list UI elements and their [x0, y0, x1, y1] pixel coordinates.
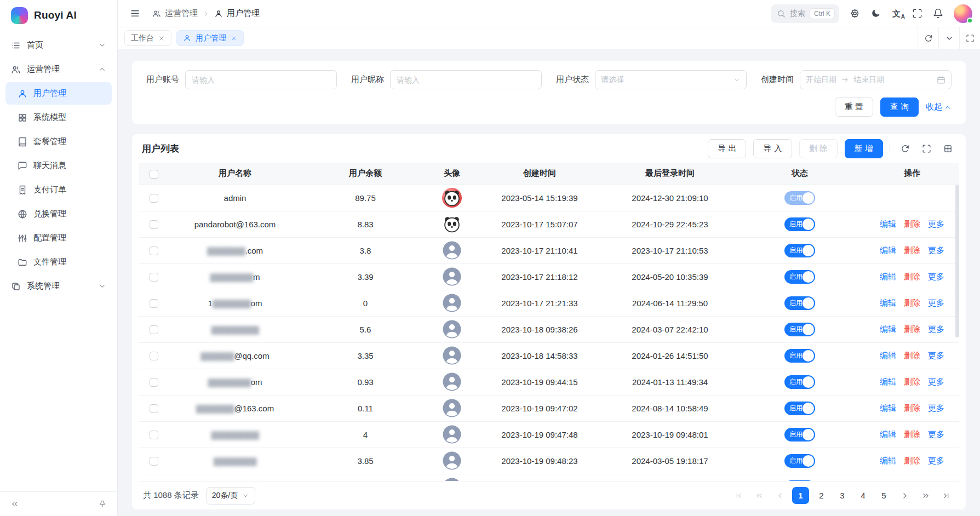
more-link[interactable]: 更多: [928, 351, 944, 360]
row-checkbox[interactable]: [150, 431, 158, 439]
status-toggle[interactable]: 启用: [784, 296, 815, 310]
scrollbar-thumb[interactable]: [955, 185, 959, 337]
table-fullscreen-button[interactable]: [918, 140, 935, 157]
edit-link[interactable]: 编辑: [880, 298, 896, 307]
page-button-2[interactable]: 2: [813, 487, 830, 504]
table-columns-button[interactable]: [939, 140, 956, 157]
sidebar-item-user[interactable]: 用户管理: [5, 82, 112, 105]
user-avatar[interactable]: [954, 4, 972, 23]
status-toggle[interactable]: 启用: [784, 402, 815, 415]
edit-link[interactable]: 编辑: [880, 351, 896, 360]
close-icon[interactable]: [231, 35, 237, 42]
more-link[interactable]: 更多: [928, 219, 944, 228]
select-all-checkbox[interactable]: [150, 170, 158, 179]
language-button[interactable]: 文A: [887, 4, 906, 23]
user-account-input[interactable]: [185, 70, 337, 89]
reset-button[interactable]: 重 置: [835, 98, 873, 117]
sidebar-collapse-button[interactable]: [7, 496, 23, 512]
row-checkbox[interactable]: [150, 457, 158, 466]
more-link[interactable]: 更多: [928, 272, 944, 281]
status-toggle[interactable]: 启用: [784, 454, 815, 468]
table-scrollbar[interactable]: [955, 185, 959, 479]
row-checkbox[interactable]: [150, 273, 158, 282]
delete-link[interactable]: 删除: [904, 377, 920, 386]
table-refresh-button[interactable]: [897, 140, 913, 157]
delete-link[interactable]: 删除: [904, 429, 920, 439]
edit-link[interactable]: 编辑: [880, 429, 896, 439]
more-link[interactable]: 更多: [928, 403, 944, 412]
status-toggle[interactable]: 启用: [784, 323, 815, 336]
sidebar-item-chat[interactable]: 聊天消息: [5, 154, 112, 177]
sidebar-pin-button[interactable]: [94, 496, 111, 512]
edit-link[interactable]: 编辑: [880, 403, 896, 412]
row-checkbox[interactable]: [150, 325, 158, 334]
delete-link[interactable]: 删除: [904, 456, 920, 465]
previous-page-button[interactable]: [771, 487, 788, 504]
row-checkbox[interactable]: [150, 352, 158, 360]
status-toggle[interactable]: 启用: [784, 480, 815, 481]
delete-link[interactable]: 删除: [904, 403, 920, 412]
row-checkbox[interactable]: [150, 299, 158, 308]
edit-link[interactable]: 编辑: [880, 272, 896, 281]
fullscreen-button[interactable]: [908, 4, 927, 23]
user-status-select[interactable]: 请选择: [595, 70, 747, 89]
delete-link[interactable]: 删除: [904, 245, 920, 255]
page-button-1[interactable]: 1: [792, 487, 809, 504]
notifications-button[interactable]: [929, 4, 948, 23]
breadcrumb-item[interactable]: 运营管理: [149, 8, 201, 19]
settings-button[interactable]: [845, 4, 864, 23]
more-link[interactable]: 更多: [928, 429, 944, 439]
status-toggle[interactable]: 启用: [784, 217, 815, 231]
sidebar-item-file[interactable]: 文件管理: [5, 251, 112, 273]
app-logo[interactable]: Ruoyi AI: [0, 0, 117, 31]
delete-button[interactable]: 删 除: [799, 139, 838, 158]
close-icon[interactable]: [158, 35, 165, 42]
row-checkbox[interactable]: [150, 378, 158, 387]
row-checkbox[interactable]: [150, 220, 158, 229]
collapse-filter-link[interactable]: 收起: [926, 102, 952, 112]
jump-forward-button[interactable]: [917, 487, 934, 504]
sidebar-item-package[interactable]: 套餐管理: [5, 130, 112, 153]
sidebar-item-exchange[interactable]: 兑换管理: [5, 203, 112, 225]
delete-link[interactable]: 删除: [904, 351, 920, 360]
sidebar-item-order[interactable]: 支付订单: [5, 179, 112, 201]
status-toggle[interactable]: 启用: [784, 270, 815, 284]
first-page-button[interactable]: [730, 487, 747, 504]
more-link[interactable]: 更多: [928, 456, 944, 465]
delete-link[interactable]: 删除: [904, 272, 920, 281]
sidebar-group-system[interactable]: 系统管理: [5, 275, 112, 297]
query-button[interactable]: 查 询: [880, 98, 919, 117]
sidebar-group-home[interactable]: 首页: [5, 34, 112, 56]
global-search[interactable]: 搜索 Ctrl K: [771, 4, 839, 23]
breadcrumb-item[interactable]: 用户管理: [211, 8, 263, 19]
edit-link[interactable]: 编辑: [880, 245, 896, 255]
status-toggle[interactable]: 启用: [784, 375, 815, 389]
page-size-select[interactable]: 20条/页: [206, 487, 255, 504]
row-checkbox[interactable]: [150, 194, 158, 203]
edit-link[interactable]: 编辑: [880, 377, 896, 386]
edit-link[interactable]: 编辑: [880, 219, 896, 228]
last-page-button[interactable]: [938, 487, 955, 504]
page-button-4[interactable]: 4: [855, 487, 872, 504]
export-button[interactable]: 导 出: [708, 139, 746, 158]
status-toggle[interactable]: 启用: [784, 349, 815, 363]
edit-link[interactable]: 编辑: [880, 456, 896, 465]
row-checkbox[interactable]: [150, 246, 158, 255]
sidebar-item-config[interactable]: 配置管理: [5, 227, 112, 249]
status-toggle[interactable]: 启用: [784, 191, 815, 205]
add-button[interactable]: 新 增: [845, 139, 883, 158]
status-toggle[interactable]: 启用: [784, 428, 815, 442]
more-link[interactable]: 更多: [928, 245, 944, 255]
page-button-5[interactable]: 5: [875, 487, 892, 504]
tab-options-button[interactable]: [938, 27, 959, 49]
delete-link[interactable]: 删除: [904, 324, 920, 334]
next-page-button[interactable]: [896, 487, 913, 504]
more-link[interactable]: 更多: [928, 324, 944, 334]
delete-link[interactable]: 删除: [904, 219, 920, 228]
edit-link[interactable]: 编辑: [880, 324, 896, 334]
create-time-range[interactable]: 开始日期结束日期: [800, 70, 952, 89]
user-nickname-input[interactable]: [390, 70, 542, 89]
content-fullscreen-button[interactable]: [959, 27, 980, 49]
sidebar-toggle-button[interactable]: [125, 4, 145, 23]
import-button[interactable]: 导 入: [753, 139, 792, 158]
